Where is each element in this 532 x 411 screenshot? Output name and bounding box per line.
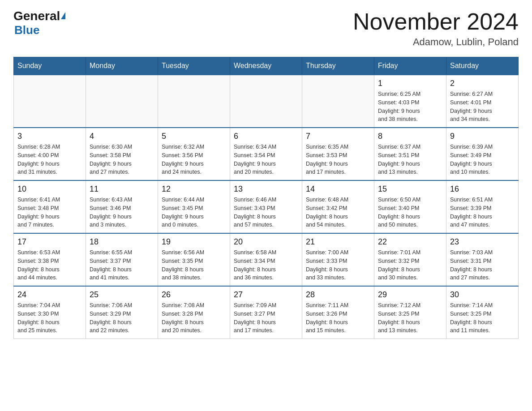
table-cell: 23Sunrise: 7:03 AM Sunset: 3:31 PM Dayli… <box>446 233 519 286</box>
day-number: 18 <box>90 237 154 247</box>
col-saturday: Saturday <box>446 57 519 75</box>
title-section: November 2024 Adamow, Lublin, Poland <box>353 9 519 48</box>
day-number: 26 <box>162 290 226 300</box>
day-info: Sunrise: 6:53 AM Sunset: 3:38 PM Dayligh… <box>17 248 82 282</box>
table-cell: 28Sunrise: 7:11 AM Sunset: 3:26 PM Dayli… <box>302 286 374 339</box>
day-number: 20 <box>234 237 298 247</box>
table-cell: 18Sunrise: 6:55 AM Sunset: 3:37 PM Dayli… <box>86 233 158 286</box>
day-info: Sunrise: 6:28 AM Sunset: 4:00 PM Dayligh… <box>17 143 82 176</box>
day-number: 10 <box>17 184 82 194</box>
logo-blue-text: Blue <box>14 23 39 37</box>
day-info: Sunrise: 6:39 AM Sunset: 3:49 PM Dayligh… <box>450 143 515 176</box>
day-number: 25 <box>90 290 154 300</box>
location-title: Adamow, Lublin, Poland <box>353 36 519 48</box>
day-number: 2 <box>450 79 515 88</box>
day-info: Sunrise: 6:25 AM Sunset: 4:03 PM Dayligh… <box>378 90 442 124</box>
day-info: Sunrise: 6:56 AM Sunset: 3:35 PM Dayligh… <box>162 248 226 282</box>
table-cell: 11Sunrise: 6:43 AM Sunset: 3:46 PM Dayli… <box>86 180 158 233</box>
calendar-table: Sunday Monday Tuesday Wednesday Thursday… <box>13 57 519 339</box>
day-info: Sunrise: 7:01 AM Sunset: 3:32 PM Dayligh… <box>378 248 442 282</box>
day-info: Sunrise: 6:32 AM Sunset: 3:56 PM Dayligh… <box>162 143 226 176</box>
table-cell: 1Sunrise: 6:25 AM Sunset: 4:03 PM Daylig… <box>374 75 446 128</box>
table-cell: 6Sunrise: 6:34 AM Sunset: 3:54 PM Daylig… <box>230 128 302 180</box>
day-info: Sunrise: 6:44 AM Sunset: 3:45 PM Dayligh… <box>162 196 226 229</box>
day-info: Sunrise: 6:30 AM Sunset: 3:58 PM Dayligh… <box>90 143 154 176</box>
logo-triangle-icon <box>61 12 65 19</box>
day-info: Sunrise: 7:08 AM Sunset: 3:28 PM Dayligh… <box>162 301 226 335</box>
day-info: Sunrise: 6:35 AM Sunset: 3:53 PM Dayligh… <box>306 143 370 176</box>
table-cell: 29Sunrise: 7:12 AM Sunset: 3:25 PM Dayli… <box>374 286 446 339</box>
day-info: Sunrise: 6:50 AM Sunset: 3:40 PM Dayligh… <box>378 196 442 229</box>
day-number: 3 <box>17 132 82 141</box>
day-number: 12 <box>162 184 226 194</box>
table-cell: 5Sunrise: 6:32 AM Sunset: 3:56 PM Daylig… <box>158 128 230 180</box>
day-number: 1 <box>378 79 442 88</box>
page-header: General Blue November 2024 Adamow, Lubli… <box>13 9 519 48</box>
day-number: 21 <box>306 237 370 247</box>
col-wednesday: Wednesday <box>230 57 302 75</box>
table-cell: 12Sunrise: 6:44 AM Sunset: 3:45 PM Dayli… <box>158 180 230 233</box>
day-info: Sunrise: 7:06 AM Sunset: 3:29 PM Dayligh… <box>90 301 154 335</box>
table-cell <box>14 75 86 128</box>
day-info: Sunrise: 7:14 AM Sunset: 3:25 PM Dayligh… <box>450 301 515 335</box>
calendar-header-row: Sunday Monday Tuesday Wednesday Thursday… <box>14 57 519 75</box>
table-cell: 13Sunrise: 6:46 AM Sunset: 3:43 PM Dayli… <box>230 180 302 233</box>
col-monday: Monday <box>86 57 158 75</box>
table-cell: 26Sunrise: 7:08 AM Sunset: 3:28 PM Dayli… <box>158 286 230 339</box>
day-info: Sunrise: 6:48 AM Sunset: 3:42 PM Dayligh… <box>306 196 370 229</box>
day-number: 30 <box>450 290 515 300</box>
col-tuesday: Tuesday <box>158 57 230 75</box>
table-cell: 20Sunrise: 6:58 AM Sunset: 3:34 PM Dayli… <box>230 233 302 286</box>
table-cell: 9Sunrise: 6:39 AM Sunset: 3:49 PM Daylig… <box>446 128 519 180</box>
table-cell: 15Sunrise: 6:50 AM Sunset: 3:40 PM Dayli… <box>374 180 446 233</box>
day-info: Sunrise: 6:51 AM Sunset: 3:39 PM Dayligh… <box>450 196 515 229</box>
table-cell: 24Sunrise: 7:04 AM Sunset: 3:30 PM Dayli… <box>14 286 86 339</box>
day-number: 8 <box>378 132 442 141</box>
day-number: 7 <box>306 132 370 141</box>
day-number: 6 <box>234 132 298 141</box>
day-number: 15 <box>378 184 442 194</box>
table-cell <box>158 75 230 128</box>
day-number: 17 <box>17 237 82 247</box>
day-number: 24 <box>17 290 82 300</box>
day-info: Sunrise: 7:11 AM Sunset: 3:26 PM Dayligh… <box>306 301 370 335</box>
table-cell <box>230 75 302 128</box>
table-cell: 14Sunrise: 6:48 AM Sunset: 3:42 PM Dayli… <box>302 180 374 233</box>
table-cell: 4Sunrise: 6:30 AM Sunset: 3:58 PM Daylig… <box>86 128 158 180</box>
month-title: November 2024 <box>353 9 519 34</box>
col-sunday: Sunday <box>14 57 86 75</box>
day-info: Sunrise: 6:34 AM Sunset: 3:54 PM Dayligh… <box>234 143 298 176</box>
table-cell <box>302 75 374 128</box>
calendar-week-3: 10Sunrise: 6:41 AM Sunset: 3:48 PM Dayli… <box>14 180 519 233</box>
col-thursday: Thursday <box>302 57 374 75</box>
day-info: Sunrise: 7:09 AM Sunset: 3:27 PM Dayligh… <box>234 301 298 335</box>
day-info: Sunrise: 7:03 AM Sunset: 3:31 PM Dayligh… <box>450 248 515 282</box>
day-info: Sunrise: 7:04 AM Sunset: 3:30 PM Dayligh… <box>17 301 82 335</box>
day-number: 19 <box>162 237 226 247</box>
calendar-week-1: 1Sunrise: 6:25 AM Sunset: 4:03 PM Daylig… <box>14 75 519 128</box>
day-number: 14 <box>306 184 370 194</box>
day-info: Sunrise: 6:41 AM Sunset: 3:48 PM Dayligh… <box>17 196 82 229</box>
day-info: Sunrise: 7:12 AM Sunset: 3:25 PM Dayligh… <box>378 301 442 335</box>
table-cell: 17Sunrise: 6:53 AM Sunset: 3:38 PM Dayli… <box>14 233 86 286</box>
day-number: 4 <box>90 132 154 141</box>
day-number: 5 <box>162 132 226 141</box>
table-cell: 19Sunrise: 6:56 AM Sunset: 3:35 PM Dayli… <box>158 233 230 286</box>
day-info: Sunrise: 6:37 AM Sunset: 3:51 PM Dayligh… <box>378 143 442 176</box>
day-number: 9 <box>450 132 515 141</box>
table-cell: 21Sunrise: 7:00 AM Sunset: 3:33 PM Dayli… <box>302 233 374 286</box>
calendar-week-4: 17Sunrise: 6:53 AM Sunset: 3:38 PM Dayli… <box>14 233 519 286</box>
day-number: 11 <box>90 184 154 194</box>
day-info: Sunrise: 6:27 AM Sunset: 4:01 PM Dayligh… <box>450 90 515 124</box>
table-cell: 10Sunrise: 6:41 AM Sunset: 3:48 PM Dayli… <box>14 180 86 233</box>
table-cell: 22Sunrise: 7:01 AM Sunset: 3:32 PM Dayli… <box>374 233 446 286</box>
day-info: Sunrise: 7:00 AM Sunset: 3:33 PM Dayligh… <box>306 248 370 282</box>
day-number: 13 <box>234 184 298 194</box>
table-cell: 16Sunrise: 6:51 AM Sunset: 3:39 PM Dayli… <box>446 180 519 233</box>
logo-general-text: General <box>13 9 65 23</box>
table-cell: 30Sunrise: 7:14 AM Sunset: 3:25 PM Dayli… <box>446 286 519 339</box>
table-cell: 3Sunrise: 6:28 AM Sunset: 4:00 PM Daylig… <box>14 128 86 180</box>
table-cell <box>86 75 158 128</box>
day-number: 27 <box>234 290 298 300</box>
table-cell: 25Sunrise: 7:06 AM Sunset: 3:29 PM Dayli… <box>86 286 158 339</box>
